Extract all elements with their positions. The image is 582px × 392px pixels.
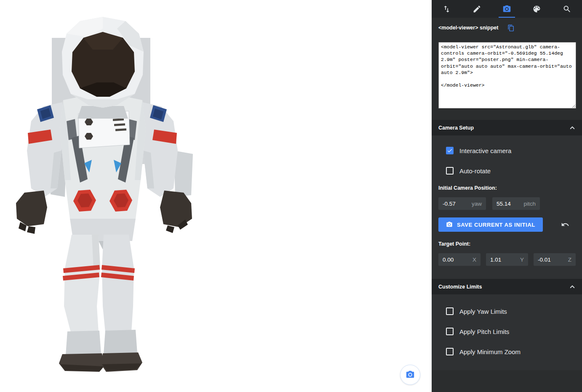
auto-rotate-row: Auto-rotate (438, 167, 575, 175)
copy-snippet-button[interactable] (507, 24, 515, 32)
target-x-suffix: X (473, 257, 476, 263)
pencil-icon (473, 5, 481, 13)
interactive-camera-row: Interactive camera (438, 146, 575, 155)
auto-rotate-label: Auto-rotate (459, 167, 491, 175)
initial-camera-position-label: Initial Camera Position: (438, 185, 575, 191)
target-x-field[interactable]: X (438, 253, 481, 266)
target-z-field[interactable]: Z (534, 253, 576, 266)
target-point-label: Target Point: (438, 241, 575, 247)
check-icon (447, 148, 453, 154)
pitch-suffix: pitch (523, 201, 536, 207)
apply-yaw-limits-row: Apply Yaw Limits (438, 307, 575, 315)
customize-limits-header[interactable]: Customize Limits (432, 279, 582, 294)
camera-icon (406, 370, 415, 379)
yaw-suffix: yaw (472, 201, 482, 207)
screenshot-camera-button[interactable] (400, 365, 420, 385)
panel-footer (432, 370, 582, 392)
reset-camera-button[interactable] (561, 220, 569, 229)
toolbar (432, 0, 582, 18)
target-y-input[interactable] (490, 257, 517, 263)
camera-icon (446, 221, 453, 228)
target-x-input[interactable] (443, 257, 469, 263)
astronaut-3d-model (3, 12, 201, 378)
apply-minimum-zoom-checkbox[interactable] (446, 348, 454, 355)
pitch-input[interactable] (497, 201, 520, 207)
snippet-section: <model-viewer> snippet <model-viewer src… (432, 18, 582, 120)
interactive-camera-label: Interactive camera (459, 147, 511, 154)
tab-edit[interactable] (462, 0, 491, 18)
tab-materials[interactable] (522, 0, 552, 18)
editor-panel: <model-viewer> snippet <model-viewer src… (432, 0, 582, 392)
target-y-field[interactable]: Y (486, 253, 528, 266)
copy-icon (507, 24, 515, 32)
customize-limits-body: Apply Yaw Limits Apply Pitch Limits Appl… (432, 294, 582, 370)
interactive-camera-checkbox[interactable] (446, 147, 454, 154)
yaw-field[interactable]: yaw (438, 197, 486, 210)
apply-minimum-zoom-row: Apply Minimum Zoom (438, 347, 575, 356)
apply-pitch-limits-label: Apply Pitch Limits (459, 328, 509, 335)
customize-limits-title: Customize Limits (438, 284, 482, 290)
chevron-up-icon (568, 123, 577, 132)
palette-icon (532, 5, 541, 13)
snippet-title: <model-viewer> snippet (438, 25, 498, 31)
camera-icon (502, 5, 511, 13)
undo-icon (561, 220, 569, 229)
pitch-field[interactable]: pitch (492, 197, 540, 210)
target-y-suffix: Y (520, 257, 524, 263)
target-z-input[interactable] (538, 257, 565, 263)
yaw-input[interactable] (443, 201, 468, 207)
model-viewport[interactable] (0, 0, 432, 392)
camera-setup-header[interactable]: Camera Setup (432, 120, 582, 135)
apply-yaw-limits-checkbox[interactable] (446, 307, 454, 315)
save-current-as-initial-button[interactable]: SAVE CURRENT AS INITIAL (438, 217, 543, 232)
apply-pitch-limits-row: Apply Pitch Limits (438, 327, 575, 336)
model-viewer-editor: <model-viewer> snippet <model-viewer src… (0, 0, 582, 392)
tab-import-export[interactable] (432, 0, 462, 18)
swap-vertical-icon (442, 5, 451, 13)
auto-rotate-checkbox[interactable] (446, 167, 454, 175)
chevron-up-icon (568, 282, 577, 291)
tab-inspector[interactable] (552, 0, 582, 18)
snippet-code-editor[interactable]: <model-viewer src="Astronaut.glb" camera… (438, 42, 576, 109)
search-icon (563, 5, 571, 13)
camera-setup-title: Camera Setup (438, 125, 474, 131)
apply-pitch-limits-checkbox[interactable] (446, 328, 454, 335)
apply-minimum-zoom-label: Apply Minimum Zoom (459, 348, 521, 355)
apply-yaw-limits-label: Apply Yaw Limits (459, 308, 507, 315)
save-button-label: SAVE CURRENT AS INITIAL (457, 222, 535, 228)
camera-setup-body: Interactive camera Auto-rotate Initial C… (432, 135, 582, 279)
tab-camera[interactable] (492, 0, 522, 18)
target-z-suffix: Z (568, 257, 571, 263)
